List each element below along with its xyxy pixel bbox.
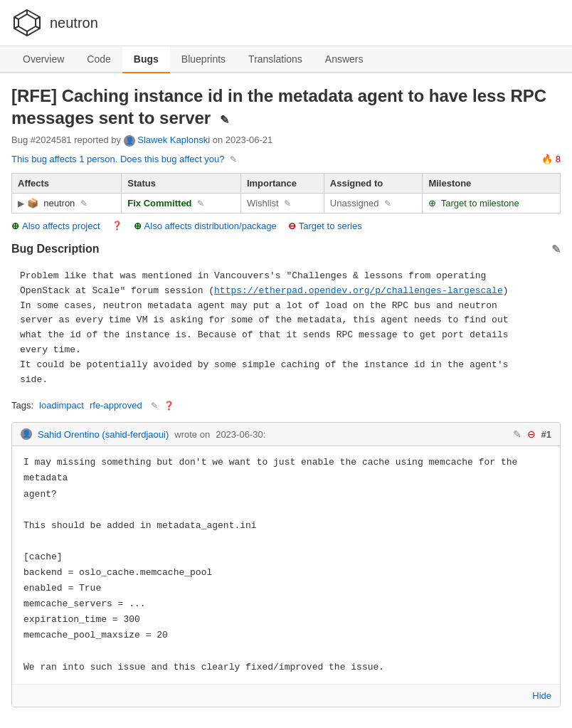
affects-edit-icon[interactable]: ✎ [80, 199, 88, 209]
nav-overview[interactable]: Overview [11, 46, 75, 73]
title-edit-icon[interactable]: ✎ [220, 114, 229, 126]
target-to-series-link[interactable]: ⊖ Target to series [288, 221, 362, 231]
also-affects-project-help-icon[interactable]: ❓ [112, 221, 122, 231]
comment-number: #1 [541, 429, 551, 440]
affects-notice-link[interactable]: This bug affects 1 person. Does this bug… [11, 154, 224, 164]
tags-label: Tags: [11, 400, 33, 411]
col-milestone: Milestone [423, 173, 561, 193]
target-to-series-minus-icon: ⊖ [288, 221, 296, 231]
affects-notice-edit-icon[interactable]: ✎ [230, 154, 237, 164]
bug-reporter[interactable]: Slawek Kaplonski [137, 134, 210, 145]
comment-header-right: ✎ ⊖ #1 [510, 428, 551, 440]
comment-header-left: 👤 Sahid Orentino (sahid-ferdjaoui) wrote… [21, 428, 265, 440]
status-edit-icon[interactable]: ✎ [197, 199, 204, 209]
nav-bugs[interactable]: Bugs [122, 46, 170, 73]
comment-edit-icon[interactable]: ✎ [513, 428, 521, 440]
col-status: Status [122, 173, 241, 193]
comment-box: 👤 Sahid Orentino (sahid-ferdjaoui) wrote… [11, 422, 561, 707]
logo-area: neutron [11, 7, 98, 38]
comment-flag-icon[interactable]: ⊖ [527, 428, 536, 440]
affects-cell: ▶ 📦 neutron ✎ [12, 193, 122, 213]
bug-description-text: Problem like that was mentioned in Vanco… [11, 263, 561, 393]
affects-project-link[interactable]: neutron [43, 198, 75, 209]
status-cell: Fix Committed ✎ [122, 193, 241, 213]
bug-title: [RFE] Caching instance id in the metadat… [11, 85, 561, 129]
bug-table: Affects Status Importance Assigned to Mi… [11, 173, 561, 213]
action-links: ⊕ Also affects project ❓ ⊕ Also affects … [11, 221, 561, 231]
importance-edit-icon[interactable]: ✎ [284, 199, 291, 209]
fire-badge: 🔥 8 [541, 154, 561, 164]
neutron-logo-icon [11, 7, 43, 38]
hide-comment-link[interactable]: Hide [532, 690, 551, 701]
tag-rfe-approved[interactable]: rfe-approved [90, 400, 142, 411]
assigned-to-edit-icon[interactable]: ✎ [384, 199, 391, 209]
milestone-cell: ⊕ Target to milestone [423, 193, 561, 213]
comment-date: 2023-06-30: [216, 429, 265, 440]
col-importance: Importance [240, 173, 324, 193]
project-name: neutron [50, 15, 98, 31]
tag-loadimpact[interactable]: loadimpact [39, 400, 84, 411]
assigned-to-cell: Unassigned ✎ [324, 193, 423, 213]
assigned-to-value: Unassigned [330, 198, 379, 209]
main-content: [RFE] Caching instance id in the metadat… [0, 73, 572, 719]
col-affects: Affects [12, 173, 122, 193]
description-edit-icon[interactable]: ✎ [551, 243, 561, 256]
tags-line: Tags: loadimpact rfe-approved ✎ ❓ [11, 400, 561, 411]
nav-code[interactable]: Code [75, 46, 122, 73]
also-affects-distro-link[interactable]: ⊕ Also affects distribution/package [134, 221, 277, 231]
milestone-plus-icon: ⊕ [428, 198, 436, 209]
importance-value: Wishlist [247, 198, 279, 209]
table-row: ▶ 📦 neutron ✎ Fix Committed ✎ Wishlist ✎… [12, 193, 561, 213]
svg-marker-1 [18, 14, 36, 31]
also-affects-distro-plus-icon: ⊕ [134, 221, 142, 231]
status-value: Fix Committed [127, 198, 191, 209]
col-assigned-to: Assigned to [324, 173, 423, 193]
fire-icon: 🔥 [541, 154, 553, 164]
comment-author-avatar: 👤 [21, 428, 32, 440]
also-affects-project-link[interactable]: ⊕ Also affects project [11, 221, 100, 231]
also-affects-project-plus-icon: ⊕ [11, 221, 19, 231]
top-header: neutron [0, 0, 572, 46]
nav-translations[interactable]: Translations [237, 46, 314, 73]
importance-cell: Wishlist ✎ [240, 193, 324, 213]
bug-avatar: 👤 [124, 135, 135, 147]
tags-edit-icon[interactable]: ✎ [151, 401, 158, 411]
comment-body: I may missing something but don't we wan… [12, 446, 560, 683]
affects-package-icon: 📦 [27, 198, 38, 209]
tags-help-icon[interactable]: ❓ [164, 401, 174, 411]
bug-description-section: Bug Description ✎ [11, 243, 561, 256]
affects-notice: This bug affects 1 person. Does this bug… [11, 154, 561, 164]
comment-author[interactable]: Sahid Orentino (sahid-ferdjaoui) [38, 429, 169, 440]
comment-wrote: wrote on [174, 429, 210, 440]
nav-bar: Overview Code Bugs Blueprints Translatio… [0, 46, 572, 73]
nav-answers[interactable]: Answers [314, 46, 375, 73]
comment-footer: Hide [12, 684, 560, 707]
expand-arrow-icon[interactable]: ▶ [18, 199, 24, 209]
nav-blueprints[interactable]: Blueprints [170, 46, 237, 73]
comment-header: 👤 Sahid Orentino (sahid-ferdjaoui) wrote… [12, 423, 560, 446]
bug-meta: Bug #2024581 reported by 👤 Slawek Kaplon… [11, 134, 561, 147]
milestone-value[interactable]: Target to milestone [441, 198, 519, 209]
fire-count: 8 [556, 154, 561, 164]
description-link[interactable]: https://etherpad.opendev.org/p/challenge… [214, 285, 503, 296]
